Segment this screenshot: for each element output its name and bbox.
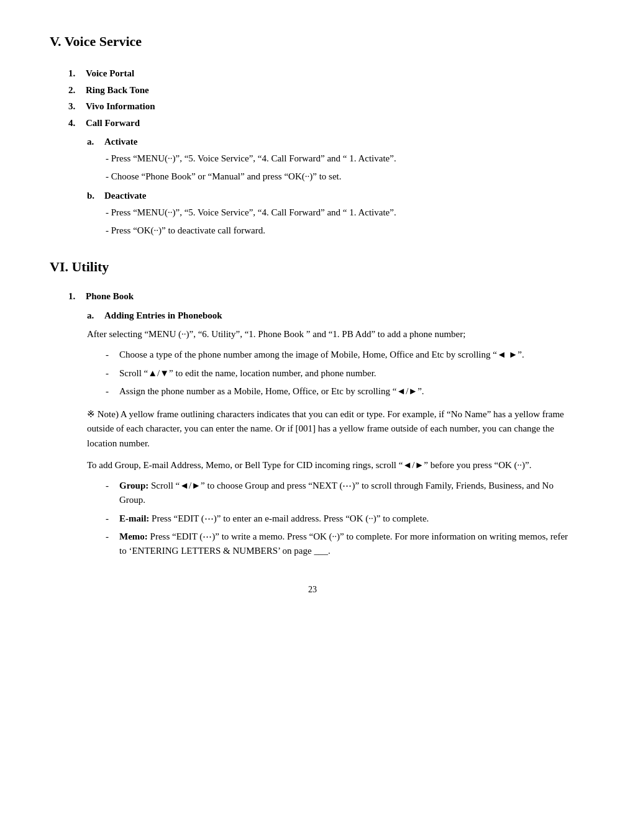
- sub-b-bullets: - Press “MENU(··)”, “5. Voice Service”, …: [106, 205, 575, 238]
- sub-item-a-header: a. Activate: [87, 135, 575, 149]
- item-3-label: Vivo Information: [86, 99, 155, 114]
- group-text-2: Press “EDIT (⋯)” to write a memo. Press …: [119, 531, 568, 556]
- item-1-label: Voice Portal: [86, 66, 134, 81]
- item-2-label: Ring Back Tone: [86, 83, 149, 97]
- sub-b-title: Deactivate: [104, 189, 146, 203]
- sub-item-a: a. Activate - Press “MENU(··)”, “5. Voic…: [87, 135, 575, 184]
- group-text-0: Scroll “◄/►” to choose Group and press “…: [119, 481, 554, 505]
- group-dash-2: -: [106, 530, 119, 559]
- page-footer: 23: [50, 583, 575, 596]
- group-intro: To add Group, E-mail Address, Memo, or B…: [87, 458, 575, 472]
- bullet-text: - Choose “Phone Book” or “Manual” and pr…: [106, 169, 341, 184]
- group-dash-0: -: [106, 479, 119, 508]
- group-dash-1: -: [106, 512, 119, 526]
- phonebook-header: a. Adding Entries in Phonebook: [87, 309, 575, 323]
- list-item-2: 2. Ring Back Tone: [68, 83, 575, 97]
- group-bullet-1-text: E-mail: Press “EDIT (⋯)” to enter an e-m…: [119, 512, 429, 526]
- phonebook-intro: After selecting “MENU (··)”, “6. Utility…: [87, 327, 575, 341]
- sub-a-bullet-0: - Press “MENU(··)”, “5. Voice Service”, …: [106, 151, 575, 166]
- bullet-text: - Press “MENU(··)”, “5. Voice Service”, …: [106, 151, 396, 166]
- phonebook-a-letter: a.: [87, 309, 104, 323]
- group-bullet-1: - E-mail: Press “EDIT (⋯)” to enter an e…: [106, 512, 575, 526]
- phonebook-a-title: Adding Entries in Phonebook: [104, 309, 222, 323]
- section6-item-1-num: 1.: [68, 289, 86, 304]
- group-bullet-0-text: Group: Scroll “◄/►” to choose Group and …: [119, 479, 575, 508]
- sub-a-letter: a.: [87, 135, 104, 149]
- note-text: ※ Note) A yellow frame outlining charact…: [87, 407, 575, 451]
- bullet-text: - Press “OK(··)” to deactivate call forw…: [106, 224, 265, 238]
- phonebook-bullet-1-text: Scroll “▲/▼” to edit the name, location …: [119, 366, 376, 381]
- phonebook-bullet-2: - Assign the phone number as a Mobile, H…: [106, 384, 575, 399]
- group-bullet-2: - Memo: Press “EDIT (⋯)” to write a memo…: [106, 530, 575, 559]
- phonebook-bullet-0-text: Choose a type of the phone number among …: [119, 348, 524, 362]
- sub-item-b-header: b. Deactivate: [87, 189, 575, 203]
- sub-b-letter: b.: [87, 189, 104, 203]
- phonebook-bullet-0: - Choose a type of the phone number amon…: [106, 348, 575, 362]
- group-label-0: Group:: [119, 481, 148, 490]
- section-5-list: 1. Voice Portal 2. Ring Back Tone 3. Viv…: [50, 66, 575, 238]
- item-2-num: 2.: [68, 83, 86, 97]
- section6-item-1-label: Phone Book: [86, 289, 134, 304]
- section-5: V. Voice Service 1. Voice Portal 2. Ring…: [50, 31, 575, 238]
- group-label-1: E-mail:: [119, 513, 149, 523]
- bullet-text: - Press “MENU(··)”, “5. Voice Service”, …: [106, 205, 396, 220]
- group-bullet-2-text: Memo: Press “EDIT (⋯)” to write a memo. …: [119, 530, 575, 559]
- sub-a-title: Activate: [104, 135, 137, 149]
- item-3-num: 3.: [68, 99, 86, 114]
- list-item-3: 3. Vivo Information: [68, 99, 575, 114]
- dash-0: -: [106, 348, 119, 362]
- note-block: ※ Note) A yellow frame outlining charact…: [87, 407, 575, 451]
- dash-2: -: [106, 384, 119, 399]
- page-number: 23: [308, 585, 317, 594]
- phonebook-section: a. Adding Entries in Phonebook After sel…: [87, 309, 575, 559]
- sub-b-bullet-1: - Press “OK(··)” to deactivate call forw…: [106, 224, 575, 238]
- dash-1: -: [106, 366, 119, 381]
- group-text-1: Press “EDIT (⋯)” to enter an e-mail addr…: [152, 513, 429, 523]
- sub-item-b: b. Deactivate - Press “MENU(··)”, “5. Vo…: [87, 189, 575, 238]
- list-item-1: 1. Voice Portal: [68, 66, 575, 81]
- section-6-title: VI. Utility: [50, 256, 575, 277]
- section-6: VI. Utility 1. Phone Book a. Adding Entr…: [50, 256, 575, 558]
- section-5-title: V. Voice Service: [50, 31, 575, 52]
- sub-b-bullet-0: - Press “MENU(··)”, “5. Voice Service”, …: [106, 205, 575, 220]
- group-label-2: Memo:: [119, 531, 148, 541]
- sub-a-bullet-1: - Choose “Phone Book” or “Manual” and pr…: [106, 169, 575, 184]
- group-bullets: - Group: Scroll “◄/►” to choose Group an…: [106, 479, 575, 558]
- item-4-num: 4.: [68, 116, 86, 130]
- phonebook-bullet-1: - Scroll “▲/▼” to edit the name, locatio…: [106, 366, 575, 381]
- item-4-label: Call Forward: [86, 116, 140, 130]
- sub-a-bullets: - Press “MENU(··)”, “5. Voice Service”, …: [106, 151, 575, 184]
- phonebook-bullet-2-text: Assign the phone number as a Mobile, Hom…: [119, 384, 424, 399]
- list-item-4: 4. Call Forward: [68, 116, 575, 130]
- section6-item-1: 1. Phone Book: [68, 289, 575, 304]
- phonebook-bullets: - Choose a type of the phone number amon…: [106, 348, 575, 399]
- group-bullet-0: - Group: Scroll “◄/►” to choose Group an…: [106, 479, 575, 508]
- item-1-num: 1.: [68, 66, 86, 81]
